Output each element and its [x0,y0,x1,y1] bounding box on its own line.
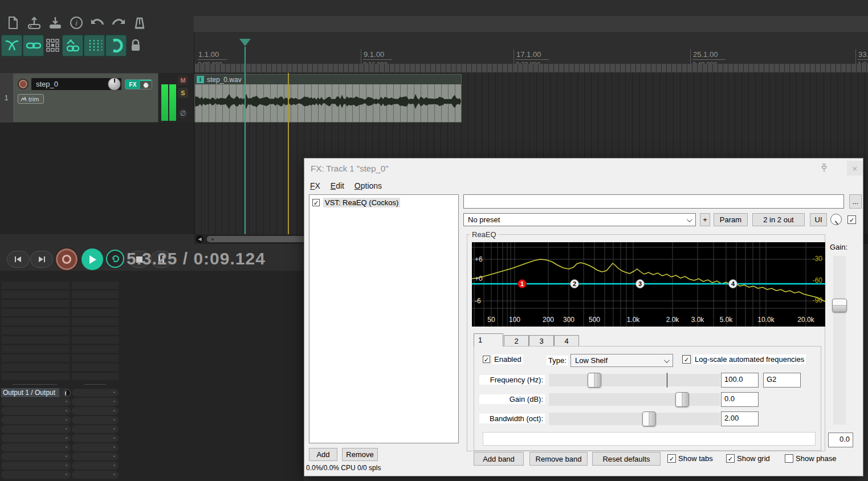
envelope-points-icon[interactable] [62,35,83,56]
menu-edit[interactable]: Edit [331,181,344,190]
gain-value[interactable]: 0.0 [721,392,759,407]
pan-knob-icon[interactable] [64,389,71,397]
fx-param-slot[interactable] [2,354,70,362]
pin-icon[interactable] [819,163,829,173]
menu-fx[interactable]: FX [310,181,320,190]
routing-slot-pill[interactable] [72,471,119,479]
routing-slot-pill[interactable] [72,389,119,397]
fx-param-slot[interactable] [2,373,70,380]
add-band-button[interactable]: Add band [474,452,524,466]
routing-slot-pill[interactable] [72,398,119,406]
fx-param-slot[interactable] [2,300,70,307]
bandwidth-slider[interactable] [549,413,720,425]
band-tab-3[interactable]: 3 [529,335,554,347]
output-routing-label[interactable]: Output 1 / Output 2 [1,388,59,397]
routing-slot-pill[interactable] [72,443,119,451]
fx-param-slot[interactable] [2,282,70,289]
fx-param-slot[interactable] [72,345,119,353]
fx-bypass-checkbox[interactable]: ✓ [847,215,856,224]
redo-icon[interactable] [109,15,128,31]
fx-param-slot[interactable] [72,336,119,344]
project-info-icon[interactable]: i [67,15,86,31]
remove-fx-button[interactable]: Remove [342,448,378,461]
band-type-dropdown[interactable]: Low Shelf [570,354,673,367]
playhead-marker[interactable] [239,39,251,46]
show-phase-checkbox[interactable] [785,454,793,463]
scroll-left-icon[interactable]: ◀ [196,235,203,243]
fx-param-slot[interactable] [2,345,70,353]
reset-defaults-button[interactable]: Reset defaults [592,452,661,466]
remove-band-button[interactable]: Remove band [529,452,588,466]
routing-slot-pill[interactable] [72,416,119,424]
io-pin-button[interactable]: 2 in 2 out [752,213,805,226]
routing-slot-pill[interactable] [72,453,119,460]
fx-param-slot[interactable] [2,291,70,298]
record-button[interactable] [55,247,79,271]
routing-slot-pill[interactable] [1,398,71,406]
gain-slider-thumb[interactable] [832,299,847,312]
fx-rename-input[interactable] [463,194,844,209]
solo-button[interactable]: S [178,88,188,98]
fx-param-slot[interactable] [72,300,119,307]
band-enabled-checkbox[interactable]: ✓ [483,356,490,363]
phase-button[interactable]: ∅ [178,108,188,119]
crossfade-icon[interactable] [1,35,22,56]
routing-slot-pill[interactable] [1,416,71,424]
output-routing-pill[interactable]: Output 1 / Output 2 [1,388,71,397]
track-fx-button[interactable]: FX ⌚ [125,79,152,89]
save-project-icon[interactable] [46,15,65,31]
routing-slot-pill[interactable] [72,407,119,415]
gain-slider-thumb[interactable] [675,392,689,407]
frequency-slider-thumb[interactable] [588,373,601,388]
wet-dry-knob[interactable] [830,214,842,225]
show-tabs-checkbox[interactable]: ✓ [667,454,676,463]
fx-param-slot[interactable] [72,327,119,335]
routing-slot-pill[interactable] [1,453,71,460]
fx-param-slot[interactable] [72,291,119,298]
track-control-panel[interactable]: step_0 FX ⌚ trim [13,73,158,123]
routing-slot-pill[interactable] [72,425,119,433]
fx-param-slot[interactable] [72,354,119,362]
fx-plugin-name[interactable]: VST: ReaEQ (Cockos) [323,198,400,207]
go-to-start-button[interactable] [7,251,30,268]
play-button[interactable] [81,248,103,270]
metronome-icon[interactable] [130,15,149,31]
fx-param-slot[interactable] [2,318,70,325]
bandwidth-value[interactable]: 2.00 [721,411,759,426]
item-grouping-icon[interactable] [23,35,44,56]
param-button[interactable]: Param [714,213,748,226]
logscale-checkbox[interactable]: ✓ [682,355,691,364]
eq-graph[interactable]: +6+0-6-30-60-90501002003005001.0k2.0k3.0… [472,242,825,327]
band-tab-1[interactable]: 1 [474,333,503,347]
browse-ellipsis-button[interactable]: ... [849,194,862,209]
frequency-slider[interactable] [549,374,720,386]
fx-param-slot[interactable] [72,364,119,371]
routing-slot-pill[interactable] [1,407,71,415]
routing-slot-pill[interactable] [1,443,71,451]
ripple-edit-icon[interactable] [44,35,62,56]
fx-param-slot[interactable] [2,309,70,316]
output-gain-value[interactable]: 0.0 [828,433,853,447]
undo-icon[interactable] [88,15,107,31]
lock-icon[interactable] [127,38,144,54]
item-info-icon[interactable]: i [197,76,204,83]
fx-param-slot[interactable] [72,373,119,380]
track-number[interactable]: 1 [0,73,13,123]
repeat-button[interactable] [106,250,124,268]
add-fx-button[interactable]: Add [309,448,337,461]
show-grid-checkbox[interactable]: ✓ [726,454,735,463]
trim-envelope-button[interactable]: trim [18,94,44,104]
frequency-value[interactable]: 100.0 [721,373,759,388]
frequency-note-value[interactable]: G2 [763,373,801,388]
media-item-step0[interactable]: i step_0.wav [194,74,462,123]
open-project-icon[interactable] [25,15,44,31]
media-item-header[interactable]: i step_0.wav [195,75,461,84]
fx-param-slot[interactable] [2,327,70,335]
routing-slot-pill[interactable] [72,462,119,470]
menu-options[interactable]: Options [354,181,382,190]
close-icon[interactable]: × [847,161,863,176]
fx-enabled-checkbox[interactable]: ✓ [312,199,320,206]
routing-slot-pill[interactable] [1,434,71,442]
go-to-end-button[interactable] [30,251,53,268]
band-tab-2[interactable]: 2 [504,335,529,347]
